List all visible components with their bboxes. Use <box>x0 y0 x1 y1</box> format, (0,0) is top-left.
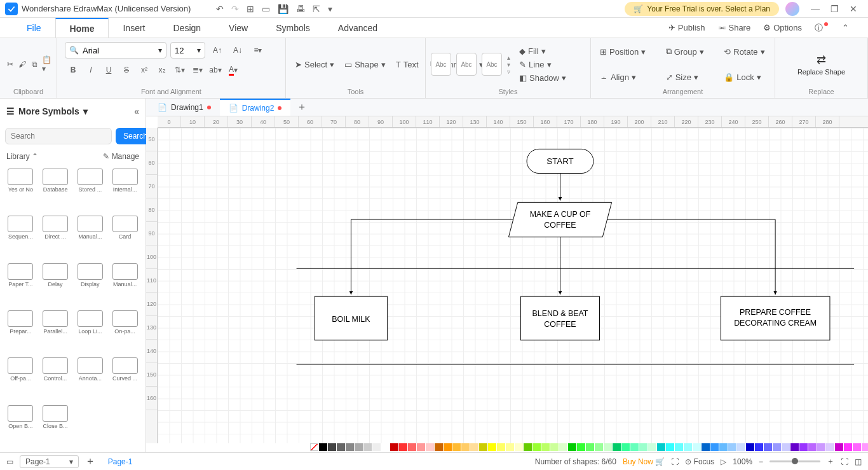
color-swatch[interactable] <box>568 443 576 451</box>
flow-box2-shape[interactable] <box>521 296 600 340</box>
color-swatch[interactable] <box>666 443 674 451</box>
color-swatch[interactable] <box>719 443 728 451</box>
color-swatch[interactable] <box>702 443 710 451</box>
fullscreen-icon[interactable]: ⛶ <box>841 457 848 466</box>
align-menu-icon[interactable]: ≡▾ <box>250 43 266 58</box>
color-swatch[interactable] <box>541 443 550 451</box>
color-swatch[interactable] <box>408 443 416 451</box>
shape-library-item[interactable]: Delay <box>39 263 72 307</box>
bold-icon[interactable]: B <box>65 62 81 78</box>
qat-more-icon[interactable]: ▾ <box>328 4 332 14</box>
copy-icon[interactable]: ⧉ <box>30 57 39 72</box>
shape-library-item[interactable]: Card <box>108 216 142 259</box>
color-swatch[interactable] <box>790 443 799 451</box>
shape-library-item[interactable]: Curved ... <box>108 357 142 401</box>
shape-library-item[interactable]: Open B... <box>4 405 37 448</box>
shadow-button[interactable]: ◧ Shadow▾ <box>515 72 570 84</box>
shape-library-item[interactable]: Prepar... <box>4 310 37 354</box>
publish-button[interactable]: ✈Publish <box>662 18 712 38</box>
doc-tab-drawing2[interactable]: 📄 Drawing2 <box>220 99 291 116</box>
position-button[interactable]: ⊞ Position▾ <box>596 46 651 58</box>
shape-library-item[interactable]: Loop Li... <box>74 310 107 354</box>
focus-button[interactable]: ⊙ Focus <box>685 457 714 466</box>
decrease-font-icon[interactable]: A↓ <box>229 43 246 58</box>
shape-library-item[interactable]: Manual... <box>108 263 142 307</box>
text-tool[interactable]: TText <box>392 59 423 71</box>
print-icon[interactable]: 🖶 <box>296 4 305 14</box>
color-swatch[interactable] <box>613 443 621 451</box>
library-toggle[interactable]: Library ⌃ <box>6 152 38 161</box>
add-tab-button[interactable]: ＋ <box>290 100 313 114</box>
superscript-icon[interactable]: x² <box>136 62 153 78</box>
shape-tool[interactable]: ▭Shape▾ <box>341 59 390 71</box>
color-swatch[interactable] <box>524 443 532 451</box>
menu-design[interactable]: Design <box>159 18 215 38</box>
shape-library-item[interactable]: Stored ... <box>74 169 107 212</box>
close-button[interactable]: ✕ <box>844 4 863 14</box>
color-swatch[interactable] <box>426 443 434 451</box>
shape-library-item[interactable]: Close B... <box>39 405 72 448</box>
page-selector[interactable]: Page-1▾ <box>20 455 79 468</box>
color-swatch[interactable] <box>639 443 648 451</box>
style-preset-1[interactable]: Abc <box>431 53 451 76</box>
color-swatch[interactable] <box>630 443 639 451</box>
color-swatch[interactable] <box>506 443 514 451</box>
shape-library-item[interactable]: Parallel... <box>39 310 72 354</box>
zoom-in-button[interactable]: ＋ <box>827 456 834 467</box>
doc-tab-drawing1[interactable]: 📄 Drawing1 <box>149 99 220 116</box>
fit-page-icon[interactable]: ⛶ <box>671 457 679 466</box>
color-swatch[interactable] <box>470 443 478 451</box>
color-swatch[interactable] <box>372 443 381 451</box>
color-swatch[interactable] <box>497 443 505 451</box>
color-swatch[interactable] <box>444 443 452 451</box>
color-swatch[interactable] <box>337 443 345 451</box>
color-swatch[interactable] <box>532 443 541 451</box>
replace-shape-icon[interactable]: ⇄ <box>817 53 826 67</box>
color-swatch[interactable] <box>675 443 683 451</box>
drawing-canvas[interactable]: START MAKE A CUP OF COFFEE <box>158 128 868 443</box>
style-preset-2[interactable]: Abc <box>456 53 477 76</box>
color-swatch[interactable] <box>381 443 390 451</box>
increase-font-icon[interactable]: A↑ <box>209 43 226 58</box>
shape-library-item[interactable]: Display <box>74 263 107 307</box>
style-preset-3[interactable]: Abc <box>482 53 502 76</box>
color-swatch[interactable] <box>799 443 808 451</box>
collapse-panel-icon[interactable]: « <box>134 106 139 116</box>
menu-file[interactable]: File <box>13 18 55 38</box>
rotate-button[interactable]: ⟲ Rotate▾ <box>720 46 770 58</box>
color-swatch[interactable] <box>764 443 772 451</box>
search-input[interactable] <box>5 128 112 144</box>
menu-view[interactable]: View <box>215 18 262 38</box>
color-swatch[interactable] <box>550 443 559 451</box>
menu-home[interactable]: Home <box>55 18 109 38</box>
shape-library-item[interactable]: Control... <box>39 357 72 401</box>
color-swatch[interactable] <box>728 443 736 451</box>
font-family-input[interactable] <box>83 46 154 55</box>
buy-now-link[interactable]: Buy Now 🛒 <box>623 457 665 466</box>
color-swatch[interactable] <box>479 443 487 451</box>
color-swatch[interactable] <box>363 443 372 451</box>
color-swatch[interactable] <box>684 443 692 451</box>
group-button-ribbon[interactable]: ⧉ Group▾ <box>662 45 709 58</box>
color-swatch[interactable] <box>461 443 470 451</box>
shape-library-item[interactable]: Direct ... <box>39 216 72 259</box>
trial-banner[interactable]: 🛒 Your Free Trial is over. Select a Plan <box>625 2 779 16</box>
color-swatch[interactable] <box>853 443 861 451</box>
bullets-icon[interactable]: ≣▾ <box>189 62 206 78</box>
color-swatch[interactable] <box>621 443 630 451</box>
color-swatch[interactable] <box>746 443 754 451</box>
color-swatch[interactable] <box>755 443 763 451</box>
color-swatch[interactable] <box>710 443 719 451</box>
color-swatch[interactable] <box>773 443 781 451</box>
shape-library-item[interactable]: Database <box>39 169 72 212</box>
color-swatch[interactable] <box>346 443 354 451</box>
menu-insert[interactable]: Insert <box>109 18 159 38</box>
chevron-down-icon[interactable]: ▾ <box>83 106 88 116</box>
color-swatch[interactable] <box>835 443 843 451</box>
redo-icon[interactable]: ↷ <box>231 4 239 14</box>
font-family-select[interactable]: 🔍 ▾ <box>65 42 166 59</box>
menu-advanced[interactable]: Advanced <box>324 18 391 38</box>
color-swatch[interactable] <box>417 443 425 451</box>
color-swatch[interactable] <box>390 443 398 451</box>
color-swatch[interactable] <box>657 443 665 451</box>
